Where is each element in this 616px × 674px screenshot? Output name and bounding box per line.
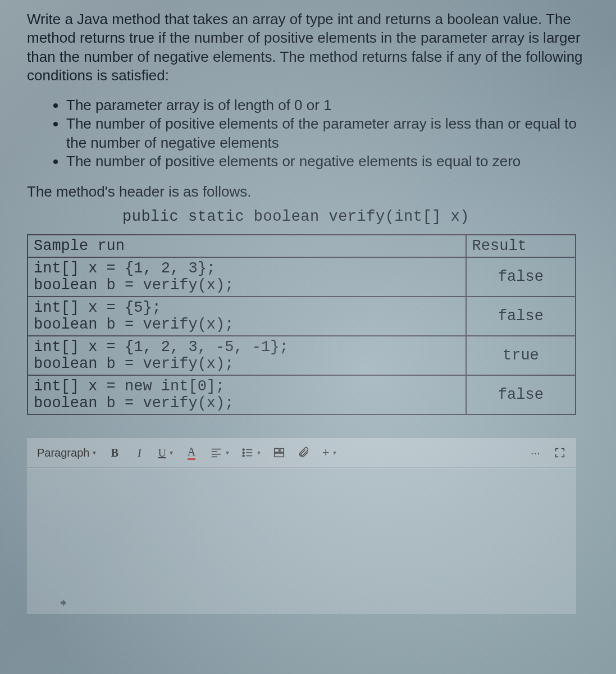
bold-button[interactable]: B xyxy=(108,447,121,459)
resize-handle-icon[interactable] xyxy=(61,599,66,606)
condition-item: The number of positive elements of the p… xyxy=(66,115,599,152)
question-intro: Write a Java method that takes an array … xyxy=(27,10,599,85)
underline-label: U xyxy=(158,447,166,459)
insert-button[interactable]: + ▾ xyxy=(322,445,336,460)
table-row: int[] x = {1, 2, 3, -5, -1}; boolean b =… xyxy=(28,336,576,375)
paragraph-style-label: Paragraph xyxy=(37,447,89,459)
table-header-result: Result xyxy=(466,235,576,257)
sample-table: Sample run Result int[] x = {1, 2, 3}; b… xyxy=(27,234,576,415)
code-line: boolean b = verify(x); xyxy=(34,277,460,294)
underline-button[interactable]: U ▾ xyxy=(158,447,172,459)
condition-item: The parameter array is of length of 0 or… xyxy=(66,96,599,115)
code-line: int[] x = {1, 2, 3}; xyxy=(34,260,460,277)
chevron-down-icon: ▾ xyxy=(257,449,261,457)
table-row: int[] x = {1, 2, 3}; boolean b = verify(… xyxy=(28,257,576,297)
method-header-label: The method's header is as follows. xyxy=(27,183,599,201)
condition-item: The number of positive elements or negat… xyxy=(66,152,599,171)
svg-rect-11 xyxy=(280,449,284,452)
result-cell: false xyxy=(466,257,576,297)
fullscreen-icon xyxy=(554,447,566,459)
chevron-down-icon: ▾ xyxy=(226,449,229,457)
code-line: boolean b = verify(x); xyxy=(34,356,460,372)
fullscreen-button[interactable] xyxy=(554,447,566,459)
code-line: int[] x = {5}; xyxy=(34,299,460,316)
code-line: boolean b = verify(x); xyxy=(34,395,460,412)
align-button[interactable]: ▾ xyxy=(210,447,229,459)
media-button[interactable] xyxy=(273,447,285,459)
table-row: int[] x = new int[0]; boolean b = verify… xyxy=(28,375,576,415)
result-cell: false xyxy=(466,297,576,336)
text-color-button[interactable]: A xyxy=(185,445,198,460)
code-line: boolean b = verify(x); xyxy=(34,316,460,333)
list-button[interactable]: ▾ xyxy=(241,447,261,459)
list-icon xyxy=(241,447,254,459)
method-signature: public static boolean verify(int[] x) xyxy=(122,208,599,225)
align-icon xyxy=(210,447,222,459)
code-line: int[] x = {1, 2, 3, -5, -1}; xyxy=(34,339,460,356)
table-row: int[] x = {5}; boolean b = verify(x); fa… xyxy=(28,297,576,336)
result-cell: false xyxy=(466,375,576,415)
svg-rect-12 xyxy=(275,453,284,457)
table-header-sample: Sample run xyxy=(28,235,466,257)
svg-marker-10 xyxy=(275,449,279,452)
more-button[interactable]: ··· xyxy=(529,447,541,459)
chevron-down-icon: ▾ xyxy=(93,449,96,457)
editor-toolbar: Paragraph ▾ B I U ▾ A ▾ ▾ + ▾ ··· xyxy=(27,438,576,468)
svg-point-5 xyxy=(243,452,244,454)
plus-icon: + xyxy=(322,445,330,460)
media-icon xyxy=(273,447,285,459)
answer-textarea[interactable] xyxy=(27,468,576,614)
chevron-down-icon: ▾ xyxy=(170,449,173,457)
chevron-down-icon: ▾ xyxy=(333,449,336,457)
paragraph-style-select[interactable]: Paragraph ▾ xyxy=(37,447,96,459)
text-color-icon: A xyxy=(188,445,195,460)
attachment-icon xyxy=(298,447,310,459)
svg-point-6 xyxy=(243,455,244,457)
italic-button[interactable]: I xyxy=(133,447,145,459)
conditions-list: The parameter array is of length of 0 or… xyxy=(66,96,599,171)
code-line: int[] x = new int[0]; xyxy=(34,378,460,395)
svg-point-4 xyxy=(243,449,244,450)
attachment-button[interactable] xyxy=(298,447,310,459)
result-cell: true xyxy=(466,336,576,375)
